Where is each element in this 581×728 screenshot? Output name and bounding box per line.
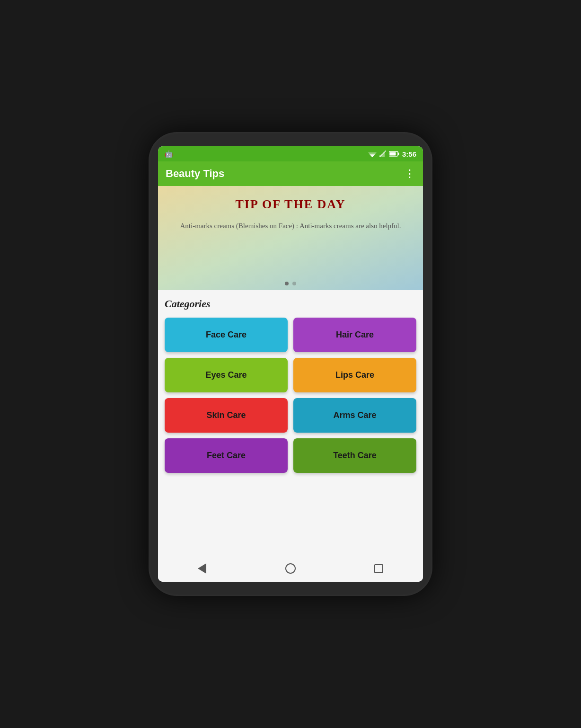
svg-rect-9 [398,153,399,155]
banner-area: TIP OF THE DAY Anti-marks creams (Blemis… [158,186,423,290]
back-button[interactable] [187,559,217,578]
nav-bar [158,555,423,582]
status-bar: 🤖 3:56 [158,146,423,161]
categories-title: Categories [165,298,416,310]
face-care-button[interactable]: Face Care [165,318,288,352]
phone-screen: 🤖 3:56 [158,146,423,582]
wifi-icon [368,151,377,157]
feet-care-button[interactable]: Feet Care [165,438,288,473]
time-display: 3:56 [402,150,416,158]
lips-care-button[interactable]: Lips Care [293,358,416,392]
teeth-care-button[interactable]: Teeth Care [293,438,416,473]
phone-frame: 🤖 3:56 [149,132,432,596]
signal-icon [379,151,386,157]
categories-grid: Face Care Hair Care Eyes Care Lips Care … [165,318,416,473]
tip-text: Anti-marks creams (Blemishes on Face) : … [180,220,401,231]
android-icon: 🤖 [165,150,173,158]
arms-care-button[interactable]: Arms Care [293,398,416,433]
eyes-care-button[interactable]: Eyes Care [165,358,288,392]
svg-rect-10 [389,152,396,156]
categories-section: Categories Face Care Hair Care Eyes Care… [158,290,423,555]
back-icon [196,563,208,574]
more-options-icon[interactable]: ⋮ [405,168,415,180]
recents-icon [373,563,385,574]
app-bar: Beauty Tips ⋮ [158,161,423,186]
dot-2[interactable] [292,282,296,285]
app-title: Beauty Tips [166,168,224,180]
skin-care-button[interactable]: Skin Care [165,398,288,433]
home-button[interactable] [275,559,306,578]
dot-1[interactable] [285,282,289,285]
tip-title: TIP OF THE DAY [236,197,346,212]
home-icon [285,563,296,574]
recents-button[interactable] [364,559,394,578]
banner-dots [285,282,296,285]
hair-care-button[interactable]: Hair Care [293,318,416,352]
battery-icon [389,151,399,157]
status-right-icons: 3:56 [368,150,416,158]
